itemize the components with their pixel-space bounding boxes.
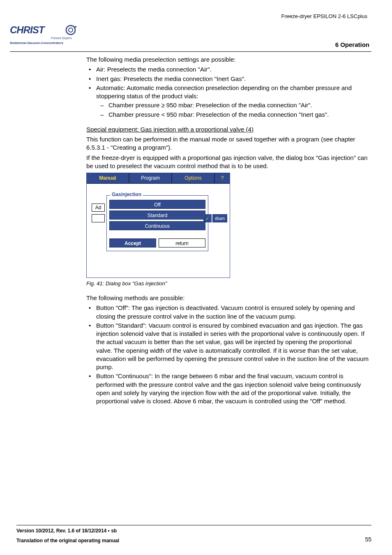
svg-text:Freeze Dryers: Freeze Dryers: [51, 36, 72, 40]
tab-help[interactable]: ?: [215, 173, 230, 184]
section-title: 6 Operation: [335, 41, 369, 48]
svg-point-1: [66, 25, 75, 35]
sub-list-item: Chamber pressure < 950 mbar: Preselectio…: [96, 111, 369, 119]
methods-intro: The following methods are possible:: [86, 294, 369, 302]
main-content: The following media preselection setting…: [86, 56, 369, 406]
gas-injection-panel: Gasinjection Off Standard Continuous Acc…: [106, 195, 208, 251]
page-footer: Version 10/2012, Rev. 1.6 of 16/12/2014 …: [16, 525, 371, 543]
dium-label: dium: [212, 214, 227, 222]
list-item: Air: Preselects the media connection "Ai…: [86, 65, 369, 74]
special-heading: Special equipment: Gas injection with a …: [86, 125, 369, 134]
tab-options[interactable]: Options: [172, 173, 215, 184]
version-line: Version 10/2012, Rev. 1.6 of 16/12/2014 …: [16, 528, 371, 534]
panel-title: Gasinjection: [110, 192, 143, 197]
methods-list: Button "Off": The gas injection is deact…: [86, 304, 369, 405]
option-standard-button[interactable]: Standard: [109, 210, 205, 220]
list-item: Button "Off": The gas injection is deact…: [86, 304, 369, 321]
svg-point-2: [69, 28, 73, 32]
special-p1: This function can be performed in the ma…: [86, 135, 369, 152]
option-off-button[interactable]: Off: [109, 200, 205, 209]
svg-text:Rotational-Vacuum-Concentrator: Rotational-Vacuum-Concentrators: [10, 41, 63, 45]
special-p2: If the freeze-dryer is equipped with a p…: [86, 154, 369, 171]
ad-label: Ad: [92, 204, 105, 212]
list-item-text: Automatic: Automatic media connection pr…: [96, 84, 352, 99]
accept-button[interactable]: Accept: [109, 238, 156, 247]
sub-list-item: Chamber pressure ≥ 950 mbar: Preselectio…: [96, 101, 369, 109]
list-item: Button "Standard": Vacuum control is ens…: [86, 321, 369, 372]
brand-logo: CHRIST Freeze Dryers Rotational-Vacuum-C…: [10, 23, 84, 49]
return-button[interactable]: return: [159, 238, 205, 247]
page-number: 55: [365, 536, 371, 543]
list-item: Button "Continuous": In the range betwee…: [86, 372, 369, 405]
product-name: Freeze-dryer EPSILON 2-6 LSCplus: [281, 13, 367, 19]
option-continuous-button[interactable]: Continuous: [109, 221, 205, 230]
intro-text: The following media preselection setting…: [86, 56, 369, 64]
header-divider: [10, 51, 371, 52]
svg-text:CHRIST: CHRIST: [10, 24, 46, 35]
preselection-list: Air: Preselects the media connection "Ai…: [86, 65, 369, 119]
list-item: Inert gas: Preselects the media connecti…: [86, 75, 369, 83]
svg-point-3: [75, 26, 76, 28]
figure-caption: Fig. 41: Dialog box "Gas injection": [86, 280, 369, 287]
translation-line: Translation of the original operating ma…: [16, 538, 371, 543]
footer-divider: [16, 525, 371, 525]
empty-box: [92, 214, 105, 222]
tab-program[interactable]: Program: [129, 173, 172, 184]
gas-injection-dialog: Manual Program Options ? Ad ✓ dium Gasin…: [86, 173, 230, 278]
list-item: Automatic: Automatic media connection pr…: [86, 84, 369, 119]
tab-manual[interactable]: Manual: [87, 173, 129, 184]
